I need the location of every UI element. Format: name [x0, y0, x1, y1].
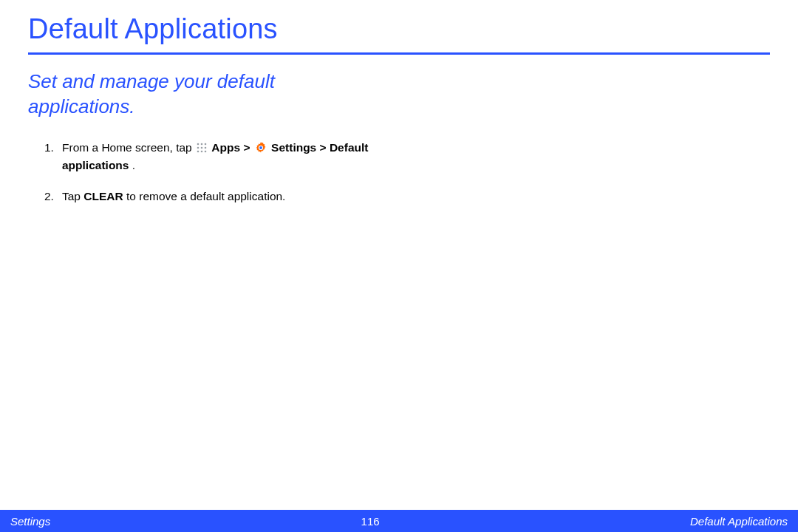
footer-page-number: 116 [361, 515, 380, 528]
step-1-text-a: From a Home screen, tap [62, 141, 195, 154]
svg-point-2 [205, 143, 207, 145]
svg-point-8 [205, 150, 207, 152]
settings-gear-icon [255, 141, 267, 153]
svg-point-3 [197, 146, 200, 149]
step-1-period: . [132, 159, 135, 171]
svg-point-6 [197, 150, 200, 152]
footer-page-title: Default Applications [690, 515, 788, 528]
svg-point-4 [201, 146, 203, 149]
step-2-text-a: Tap [62, 190, 83, 202]
step-2: 2. Tap CLEAR to remove a default applica… [44, 188, 429, 205]
svg-point-0 [197, 143, 200, 145]
steps-list: 1. From a Home screen, tap Apps > [0, 134, 798, 205]
footer-section-label: Settings [10, 515, 50, 528]
step-2-number: 2. [44, 188, 54, 205]
step-1-settings-label: Settings [271, 141, 316, 154]
page-subtitle: Set and manage your default applications… [0, 66, 414, 134]
svg-point-10 [259, 146, 262, 149]
step-1-separator-1: > [243, 141, 253, 154]
apps-grid-icon [197, 140, 207, 151]
svg-point-5 [205, 146, 207, 149]
page-title: Default Applications [0, 0, 798, 52]
svg-point-1 [201, 143, 203, 145]
page-footer: Settings 116 Default Applications [0, 510, 798, 532]
step-1-number: 1. [44, 139, 54, 157]
step-2-text-b: to remove a default application. [126, 190, 285, 202]
step-1-apps-label: Apps [211, 141, 240, 154]
step-1-separator-2: > [320, 141, 330, 154]
step-1: 1. From a Home screen, tap Apps > [44, 139, 429, 174]
step-2-clear-label: CLEAR [83, 190, 123, 202]
title-underline [28, 52, 770, 55]
svg-point-7 [201, 150, 203, 152]
